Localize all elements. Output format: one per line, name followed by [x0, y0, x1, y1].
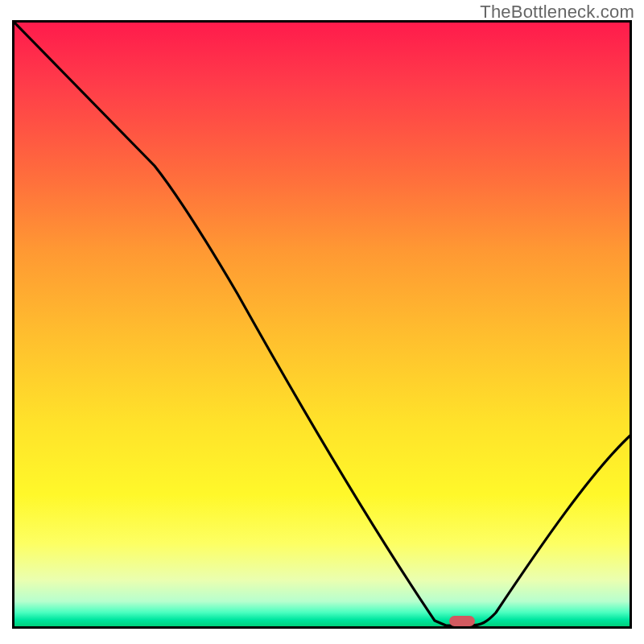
watermark-text: TheBottleneck.com	[480, 2, 634, 23]
bottleneck-curve	[12, 20, 632, 629]
plot-area	[12, 20, 632, 629]
optimal-point-marker	[449, 616, 475, 626]
